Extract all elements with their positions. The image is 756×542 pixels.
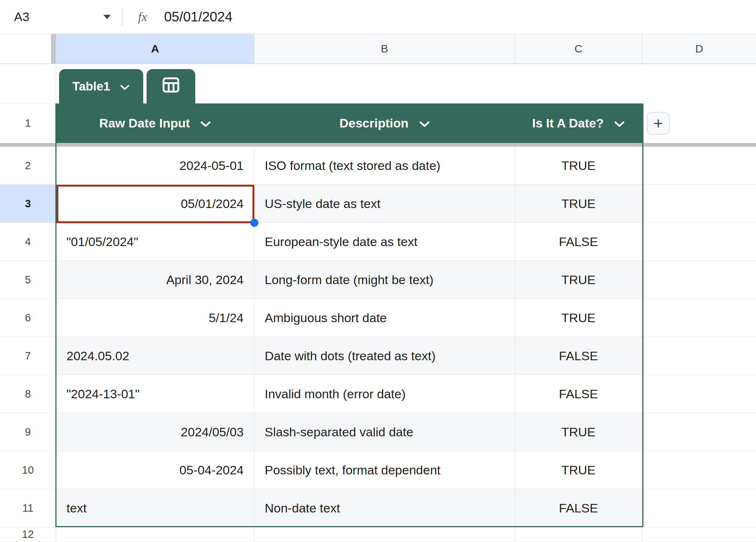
name-box[interactable]: A3 <box>0 0 122 34</box>
table-row: 10 05-04-2024 Possibly text, format depe… <box>0 451 756 489</box>
cell-d3[interactable] <box>642 185 756 223</box>
cell-c9[interactable]: TRUE <box>515 413 642 451</box>
column-header-b[interactable]: B <box>254 34 515 64</box>
cell-d7[interactable] <box>642 337 756 375</box>
cell-a2[interactable]: 2024-05-01 <box>56 147 254 185</box>
cell-b8[interactable]: Invalid month (error date) <box>254 375 515 413</box>
table-row: 6 5/1/24 Ambiguous short date TRUE <box>0 299 756 337</box>
cell-b12[interactable] <box>254 527 515 542</box>
chevron-down-icon[interactable] <box>419 116 430 130</box>
cell-b5[interactable]: Long-form date (might be text) <box>254 261 515 299</box>
table-name-chip[interactable]: Table1 <box>59 69 143 103</box>
row-header-12[interactable]: 12 <box>0 527 56 542</box>
cell-c5[interactable]: TRUE <box>515 261 642 299</box>
cell-d11[interactable] <box>642 489 756 527</box>
cell-c10[interactable]: TRUE <box>515 451 642 489</box>
table-header-row: Raw Date Input Description Is It A Date? <box>56 103 642 143</box>
table-row: 4 "01/05/2024" European-style date as te… <box>0 223 756 261</box>
table-column-label: Is It A Date? <box>532 116 604 130</box>
cell-d12[interactable] <box>642 527 756 542</box>
row-header-7[interactable]: 7 <box>0 337 56 375</box>
chevron-down-icon[interactable] <box>120 79 130 93</box>
corner-divider <box>51 34 56 64</box>
row-gutter-blank <box>0 64 56 103</box>
cell-a7[interactable]: 2024.05.02 <box>56 337 254 375</box>
cell-c4[interactable]: FALSE <box>515 223 642 261</box>
cell-b4[interactable]: European-style date as text <box>254 223 515 261</box>
column-header-d[interactable]: D <box>642 34 756 64</box>
table-options-tab[interactable] <box>147 69 195 103</box>
row-header-3[interactable]: 3 <box>0 185 56 223</box>
cell-d2[interactable] <box>642 147 756 185</box>
cell-d5[interactable] <box>642 261 756 299</box>
cell-a9[interactable]: 2024/05/03 <box>56 413 254 451</box>
table-column-label: Description <box>339 116 408 130</box>
add-column-button[interactable]: + <box>647 112 670 135</box>
name-box-value: A3 <box>14 10 30 24</box>
cell-c12[interactable] <box>515 527 642 542</box>
cell-b6[interactable]: Ambiguous short date <box>254 299 515 337</box>
column-header-a[interactable]: A <box>56 34 254 64</box>
row-header-1[interactable]: 1 <box>0 103 56 143</box>
table-column-raw-date-input[interactable]: Raw Date Input <box>56 103 254 143</box>
chevron-down-icon[interactable] <box>614 116 625 130</box>
table-column-description[interactable]: Description <box>254 103 515 143</box>
row-header-10[interactable]: 10 <box>0 451 56 489</box>
name-box-dropdown-icon[interactable] <box>103 15 111 19</box>
frozen-row-divider[interactable] <box>0 143 756 147</box>
row-header-5[interactable]: 5 <box>0 261 56 299</box>
select-all-corner[interactable] <box>0 34 56 64</box>
column-header-c[interactable]: C <box>515 34 642 64</box>
cell-b2[interactable]: ISO format (text stored as date) <box>254 147 515 185</box>
table-row: 5 April 30, 2024 Long-form date (might b… <box>0 261 756 299</box>
table-row: 7 2024.05.02 Date with dots (treated as … <box>0 337 756 375</box>
column-headers: A B C D <box>0 34 756 64</box>
table-grid-icon <box>162 77 180 96</box>
cell-a8[interactable]: "2024-13-01" <box>56 375 254 413</box>
cell-c8[interactable]: FALSE <box>515 375 642 413</box>
row-header-9[interactable]: 9 <box>0 413 56 451</box>
table-name-label: Table1 <box>72 79 110 93</box>
table-column-label: Raw Date Input <box>99 116 190 130</box>
cell-b11[interactable]: Non-date text <box>254 489 515 527</box>
cell-a12[interactable] <box>56 527 254 542</box>
table-row: 2 2024-05-01 ISO format (text stored as … <box>0 147 756 185</box>
fx-icon: fx <box>138 10 147 24</box>
cell-c3[interactable]: TRUE <box>515 185 642 223</box>
cell-d10[interactable] <box>642 451 756 489</box>
table-row: 8 "2024-13-01" Invalid month (error date… <box>0 375 756 413</box>
row-header-2[interactable]: 2 <box>0 147 56 185</box>
cell-b3[interactable]: US-style date as text <box>254 185 515 223</box>
formula-input[interactable]: 05/01/2024 <box>164 9 233 25</box>
cell-c11[interactable]: FALSE <box>515 489 642 527</box>
cell-a4[interactable]: "01/05/2024" <box>56 223 254 261</box>
cell-c2[interactable]: TRUE <box>515 147 642 185</box>
spreadsheet-app: A3 fx 05/01/2024 A B C D 1 Raw Date Inpu… <box>0 0 756 542</box>
cell-a11[interactable]: text <box>56 489 254 527</box>
row-header-4[interactable]: 4 <box>0 223 56 261</box>
cell-a5[interactable]: April 30, 2024 <box>56 261 254 299</box>
formula-bar: A3 fx 05/01/2024 <box>0 0 756 34</box>
cell-c7[interactable]: FALSE <box>515 337 642 375</box>
table-column-is-it-a-date[interactable]: Is It A Date? <box>515 103 642 143</box>
table-row: 12 <box>0 527 756 542</box>
row-header-6[interactable]: 6 <box>0 299 56 337</box>
fill-handle[interactable] <box>250 219 258 227</box>
cell-a10[interactable]: 05-04-2024 <box>56 451 254 489</box>
row-header-11[interactable]: 11 <box>0 489 56 527</box>
table-row: 11 text Non-date text FALSE <box>0 489 756 527</box>
cell-d9[interactable] <box>642 413 756 451</box>
cell-b9[interactable]: Slash-separated valid date <box>254 413 515 451</box>
row-header-8[interactable]: 8 <box>0 375 56 413</box>
cell-a3-active[interactable]: 05/01/2024 <box>56 185 254 223</box>
cell-b10[interactable]: Possibly text, format dependent <box>254 451 515 489</box>
cell-b7[interactable]: Date with dots (treated as text) <box>254 337 515 375</box>
cell-d6[interactable] <box>642 299 756 337</box>
formula-bar-divider <box>122 8 123 26</box>
cell-d4[interactable] <box>642 223 756 261</box>
table-row: 3 05/01/2024 US-style date as text TRUE <box>0 185 756 223</box>
cell-d8[interactable] <box>642 375 756 413</box>
cell-c6[interactable]: TRUE <box>515 299 642 337</box>
cell-a6[interactable]: 5/1/24 <box>56 299 254 337</box>
chevron-down-icon[interactable] <box>200 116 211 130</box>
